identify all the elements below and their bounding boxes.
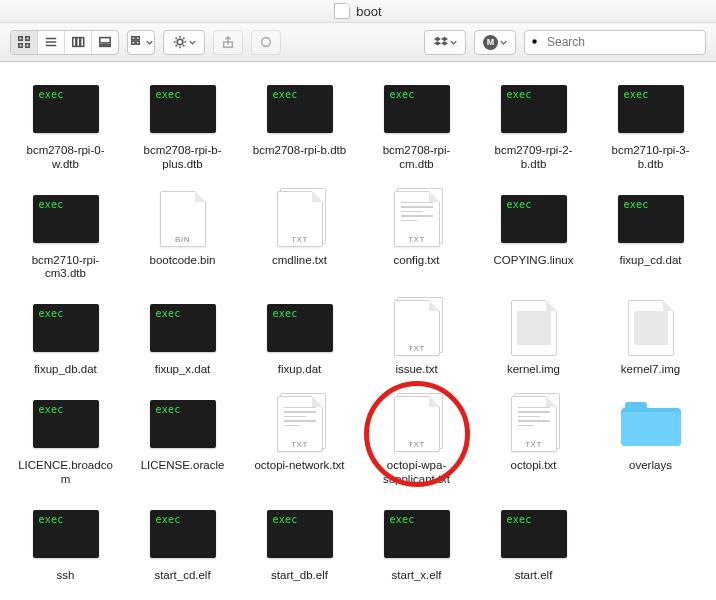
file-item[interactable]: fixup_x.dat xyxy=(129,299,237,377)
exec-icon xyxy=(267,304,333,352)
chevron-down-icon xyxy=(146,39,153,46)
file-grid[interactable]: bcm2708-rpi-0-w.dtbbcm2708-rpi-b-plus.dt… xyxy=(0,62,716,600)
file-label: octopi-network.txt xyxy=(254,459,344,473)
file-icon-wrap xyxy=(615,395,687,453)
file-item[interactable]: bcm2708-rpi-b-plus.dtb xyxy=(129,80,237,172)
columns-icon xyxy=(71,35,85,49)
chevron-down-icon xyxy=(189,39,196,46)
file-item[interactable]: TXTconfig.txt xyxy=(363,190,471,282)
file-label: LICENSE.oracle xyxy=(141,459,225,473)
file-icon-wrap xyxy=(30,395,102,453)
file-item[interactable]: TXToctopi-network.txt xyxy=(246,395,354,487)
file-item[interactable]: TXTissue.txt xyxy=(363,299,471,377)
file-item[interactable]: bcm2708-rpi-cm.dtb xyxy=(363,80,471,172)
file-label: ssh xyxy=(57,569,75,583)
file-item[interactable]: LICENCE.broadcom xyxy=(12,395,120,487)
bin-file-icon: BIN xyxy=(160,191,206,247)
file-icon-wrap xyxy=(147,395,219,453)
file-item[interactable]: bcm2709-rpi-2-b.dtb xyxy=(480,80,588,172)
file-item[interactable]: bcm2708-rpi-b.dtb xyxy=(246,80,354,172)
file-label: kernel7.img xyxy=(621,363,680,377)
view-gallery-button[interactable] xyxy=(92,31,118,54)
svg-line-26 xyxy=(537,44,539,46)
txt-file-icon: TXT xyxy=(394,300,440,356)
file-icon-wrap xyxy=(30,299,102,357)
window-titlebar: boot xyxy=(0,0,716,23)
file-item[interactable]: BINbootcode.bin xyxy=(129,190,237,282)
exec-icon xyxy=(501,85,567,133)
file-item[interactable]: overlays xyxy=(597,395,705,487)
file-icon-wrap xyxy=(498,190,570,248)
file-icon-wrap xyxy=(615,299,687,357)
svg-rect-1 xyxy=(26,37,30,41)
exec-icon xyxy=(384,85,450,133)
file-icon-wrap: TXT xyxy=(381,299,453,357)
svg-marker-23 xyxy=(434,41,441,45)
exec-icon xyxy=(267,510,333,558)
search-input[interactable] xyxy=(545,34,699,50)
file-icon-wrap xyxy=(264,299,336,357)
file-label: fixup_db.dat xyxy=(34,363,97,377)
exec-icon xyxy=(150,400,216,448)
tags-button[interactable] xyxy=(251,30,281,55)
file-label: LICENCE.broadcom xyxy=(16,459,116,487)
view-icons-button[interactable] xyxy=(11,31,38,54)
svg-rect-8 xyxy=(77,38,80,47)
file-label: bootcode.bin xyxy=(150,254,216,268)
grid-icon xyxy=(17,35,31,49)
svg-rect-2 xyxy=(19,44,23,48)
file-item[interactable]: LICENSE.oracle xyxy=(129,395,237,487)
file-item[interactable]: TXTcmdline.txt xyxy=(246,190,354,282)
mega-button[interactable]: M xyxy=(474,30,516,55)
file-label: bcm2710-rpi-3-b.dtb xyxy=(601,144,701,172)
file-label: start_x.elf xyxy=(392,569,442,583)
svg-rect-13 xyxy=(108,45,111,47)
file-icon-wrap xyxy=(498,80,570,138)
svg-rect-12 xyxy=(104,45,107,47)
file-item[interactable]: kernel.img xyxy=(480,299,588,377)
file-icon-wrap xyxy=(30,190,102,248)
file-item[interactable]: COPYING.linux xyxy=(480,190,588,282)
file-item[interactable]: fixup_cd.dat xyxy=(597,190,705,282)
file-item[interactable]: bcm2708-rpi-0-w.dtb xyxy=(12,80,120,172)
share-button[interactable] xyxy=(213,30,243,55)
file-item[interactable]: TXToctopi.txt xyxy=(480,395,588,487)
view-list-button[interactable] xyxy=(38,31,65,54)
svg-point-25 xyxy=(532,39,537,44)
file-item[interactable]: start.elf xyxy=(480,505,588,583)
file-item[interactable]: start_cd.elf xyxy=(129,505,237,583)
file-item[interactable]: fixup.dat xyxy=(246,299,354,377)
view-columns-button[interactable] xyxy=(65,31,92,54)
file-label: bcm2708-rpi-b.dtb xyxy=(253,144,346,158)
arrange-button[interactable] xyxy=(128,31,154,54)
svg-rect-11 xyxy=(100,45,103,47)
dropbox-button[interactable] xyxy=(424,30,466,55)
file-item[interactable]: start_x.elf xyxy=(363,505,471,583)
svg-rect-10 xyxy=(100,38,111,43)
file-icon-wrap xyxy=(264,80,336,138)
file-label: start.elf xyxy=(515,569,553,583)
file-icon-wrap xyxy=(381,80,453,138)
file-icon-wrap xyxy=(615,190,687,248)
file-item[interactable]: TXToctopi-wpa-supplicant.txt xyxy=(363,395,471,487)
svg-rect-16 xyxy=(131,41,134,44)
window-proxy-icon xyxy=(334,3,350,19)
file-item[interactable]: bcm2710-rpi-3-b.dtb xyxy=(597,80,705,172)
file-item[interactable]: start_db.elf xyxy=(246,505,354,583)
file-item[interactable]: bcm2710-rpi-cm3.dtb xyxy=(12,190,120,282)
arrange-icon xyxy=(130,35,144,49)
svg-marker-22 xyxy=(441,37,448,41)
file-item[interactable]: ssh xyxy=(12,505,120,583)
chevron-down-icon xyxy=(450,39,457,46)
action-menu-button[interactable] xyxy=(163,30,205,55)
gear-icon xyxy=(173,35,187,49)
file-label: octopi.txt xyxy=(510,459,556,473)
exec-icon xyxy=(501,195,567,243)
svg-rect-0 xyxy=(19,37,23,41)
search-field[interactable] xyxy=(524,30,706,55)
txt-file-icon: TXT xyxy=(511,396,557,452)
svg-rect-15 xyxy=(136,37,139,40)
file-icon-wrap: BIN xyxy=(147,190,219,248)
file-item[interactable]: kernel7.img xyxy=(597,299,705,377)
file-item[interactable]: fixup_db.dat xyxy=(12,299,120,377)
